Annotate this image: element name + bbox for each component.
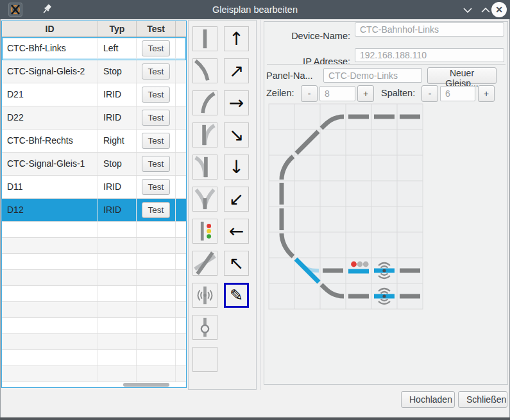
cell-typ[interactable]: Left: [98, 37, 137, 60]
cell-spacer: [176, 83, 186, 106]
table-row[interactable]: [2, 318, 186, 334]
table-row[interactable]: [2, 254, 186, 270]
signal-lamp-red: [351, 262, 357, 267]
table-row[interactable]: D12IRIDTest: [2, 199, 186, 222]
uncoupler-tool[interactable]: [192, 315, 217, 340]
cell-test: Test: [137, 60, 176, 83]
rows-minus-button[interactable]: -: [301, 85, 318, 102]
table-row[interactable]: [2, 222, 186, 238]
close-dialog-button[interactable]: Schließen: [458, 391, 507, 408]
table-header[interactable]: ID Typ Test: [2, 21, 186, 37]
test-button[interactable]: Test: [142, 133, 170, 149]
table-row[interactable]: [2, 366, 186, 382]
test-button[interactable]: Test: [142, 156, 170, 172]
curve-bottom-right-tool[interactable]: [192, 90, 217, 115]
rows-plus-button[interactable]: +: [357, 85, 374, 102]
arrow-up-left-tool[interactable]: ↖: [224, 251, 249, 276]
cell-id[interactable]: D11: [2, 176, 98, 198]
test-button[interactable]: Test: [142, 87, 170, 103]
table-row[interactable]: D22IRIDTest: [2, 106, 186, 130]
cell-empty: [176, 270, 186, 285]
cell-id[interactable]: CTC-Signal-Gleis-1: [2, 153, 98, 175]
table-row[interactable]: CTC-Bhf-RechtsRightTest: [2, 130, 186, 153]
window-bottom-edge: [0, 417, 510, 420]
three-way-switch-tool[interactable]: [192, 187, 217, 212]
col-header-spacer: [176, 21, 186, 37]
table-row[interactable]: [2, 286, 186, 302]
panel-name-field[interactable]: [323, 68, 422, 83]
ip-address-field[interactable]: [355, 48, 504, 62]
close-button[interactable]: ✕: [491, 2, 507, 17]
device-table[interactable]: ID Typ Test CTC-Bhf-LinksLeftTestCTC-Sig…: [1, 21, 187, 388]
signal-tool[interactable]: [192, 219, 217, 244]
cell-id[interactable]: D12: [2, 199, 98, 221]
test-button[interactable]: Test: [142, 63, 170, 80]
cell-empty: [2, 350, 98, 365]
blank-tool[interactable]: [192, 347, 217, 372]
cell-typ[interactable]: IRID: [98, 199, 137, 221]
table-hscrollbar-thumb[interactable]: [123, 383, 169, 387]
table-row[interactable]: CTC-Signal-Gleis-1StopTest: [2, 153, 186, 176]
cols-plus-button[interactable]: +: [478, 85, 495, 102]
cell-id[interactable]: CTC-Bhf-Rechts: [2, 130, 98, 152]
device-name-label: Device-Name:: [264, 29, 350, 43]
straight-track-tool[interactable]: [192, 26, 217, 51]
cell-spacer: [176, 199, 186, 221]
device-name-field[interactable]: [355, 22, 504, 37]
rows-label: Zeilen:: [266, 86, 294, 100]
arrow-up-tool[interactable]: ↑: [224, 26, 249, 51]
sensor-tool[interactable]: [192, 283, 217, 308]
table-row[interactable]: [2, 270, 186, 286]
rows-field[interactable]: [319, 86, 355, 101]
arrow-right-icon: →: [229, 94, 244, 112]
minimize-button[interactable]: [459, 0, 477, 19]
cols-field[interactable]: [440, 86, 475, 101]
table-row[interactable]: D21IRIDTest: [2, 83, 186, 106]
track-canvas[interactable]: [268, 103, 423, 310]
cell-empty: [2, 254, 98, 269]
arrow-down-left-tool[interactable]: ↙: [224, 187, 249, 212]
cell-empty: [137, 254, 176, 269]
cell-typ[interactable]: Right: [98, 130, 137, 152]
cell-typ[interactable]: Stop: [98, 60, 137, 83]
table-row[interactable]: [2, 238, 186, 254]
arrow-up-right-tool[interactable]: ↗: [224, 58, 249, 83]
upload-button[interactable]: Hochladen: [401, 391, 455, 408]
test-button[interactable]: Test: [142, 179, 170, 195]
col-header-id[interactable]: ID: [2, 21, 98, 37]
curve-top-left-tool[interactable]: [192, 58, 217, 83]
cell-id[interactable]: D22: [2, 106, 98, 129]
cell-empty: [137, 286, 176, 301]
test-button[interactable]: Test: [142, 202, 170, 218]
cell-id[interactable]: D21: [2, 83, 98, 106]
crossing-tool[interactable]: [192, 251, 217, 276]
cols-minus-button[interactable]: -: [421, 85, 438, 102]
cell-typ[interactable]: IRID: [98, 176, 137, 198]
arrow-left-tool[interactable]: ←: [224, 219, 249, 244]
cell-id[interactable]: CTC-Signal-Gleis-2: [2, 60, 98, 83]
cell-typ[interactable]: IRID: [98, 106, 137, 129]
panel-splitter[interactable]: [260, 20, 260, 390]
test-button[interactable]: Test: [142, 110, 170, 126]
table-row[interactable]: [2, 334, 186, 350]
titlebar[interactable]: Gleisplan bearbeiten ✕: [0, 0, 510, 19]
arrow-right-tool[interactable]: →: [224, 90, 249, 115]
edit-pencil-tool[interactable]: ✎: [224, 283, 249, 308]
cell-id[interactable]: CTC-Bhf-Links: [2, 37, 98, 60]
window-border-left: [0, 0, 1, 420]
table-row[interactable]: D11IRIDTest: [2, 176, 186, 199]
col-header-typ[interactable]: Typ: [98, 21, 137, 37]
table-row[interactable]: [2, 350, 186, 366]
table-row[interactable]: CTC-Bhf-LinksLeftTest: [2, 37, 186, 60]
cell-typ[interactable]: IRID: [98, 83, 137, 106]
test-button[interactable]: Test: [142, 40, 170, 56]
table-row[interactable]: [2, 302, 186, 318]
cell-typ[interactable]: Stop: [98, 153, 137, 175]
switch-left-tool[interactable]: [192, 155, 217, 180]
switch-right-tool[interactable]: [192, 122, 217, 147]
arrow-down-tool[interactable]: ↓: [224, 155, 249, 180]
new-trackplan-button[interactable]: Neuer Gleisp...: [427, 67, 497, 84]
col-header-test[interactable]: Test: [137, 21, 176, 37]
arrow-down-right-tool[interactable]: ↘: [224, 122, 249, 147]
table-row[interactable]: CTC-Signal-Gleis-2StopTest: [2, 60, 186, 83]
